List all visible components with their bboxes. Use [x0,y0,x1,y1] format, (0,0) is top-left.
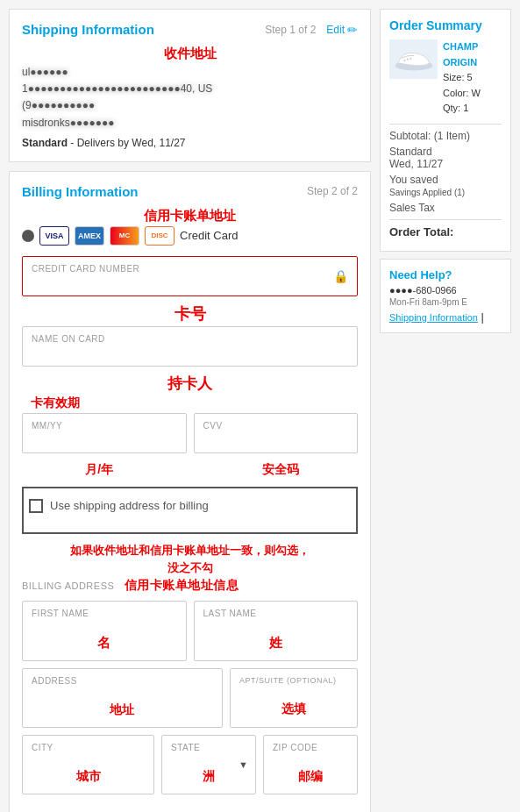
subtotal-line: Subtotal: (1 Item) [389,130,502,142]
credit-card-number-field[interactable]: CREDIT CARD NUMBER 🔒 [22,256,358,296]
address-annotation: 地址 [32,702,213,718]
cvv-field[interactable]: CVV [194,413,359,453]
address-line-3: (9●●●●●●●●●● [22,97,358,114]
cvv-input[interactable] [203,432,349,445]
help-links: Shipping Information | [389,310,502,324]
payment-label: Credit Card [180,229,238,242]
svg-point-2 [406,58,408,60]
product-size: Size: 5 [443,70,502,86]
tax-line: Sales Tax [389,202,502,214]
address-label: ADDRESS [32,676,213,686]
city-input[interactable] [32,754,145,767]
billing-address-annotation: 信用卡账单地址信息 [125,578,239,592]
savings-label: You saved Savings Applied (1) [389,174,465,198]
main-content: Shipping Information Step 1 of 2 Edit ✏ … [9,9,371,812]
expiry-field[interactable]: MM/YY [22,413,187,453]
payment-methods: VISA AMEX MC DISC Credit Card [22,226,358,246]
billing-section: Billing Information Step 2 of 2 信用卡账单地址 … [9,171,371,812]
shipping-section: Shipping Information Step 1 of 2 Edit ✏ … [9,9,371,162]
radio-selected[interactable] [22,230,34,242]
apt-input[interactable] [239,687,348,700]
sidebar: Order Summary CHAMP ORIGIN Size: 5 [380,9,511,812]
name-row: FIRST NAME 名 LAST NAME 姓 [22,601,358,661]
zip-input[interactable] [273,754,348,767]
subtotal-label: Subtotal: (1 Item) [389,130,470,142]
name-on-card-field[interactable]: NAME ON CARD [22,326,358,367]
state-field[interactable]: STATE ▼ 洲 [161,735,256,794]
order-summary-title: Order Summary [389,18,502,32]
city-label: CITY [32,743,145,752]
lock-icon: 🔒 [333,269,348,283]
standard-label: Standard Wed, 11/27 [389,146,443,170]
name-annotation: 持卡人 [22,374,358,394]
pipe-separator: | [481,310,484,324]
shipping-checkbox[interactable] [29,499,43,513]
discover-icon: DISC [145,226,175,246]
svg-point-3 [410,57,411,59]
shipping-title: Shipping Information [22,22,154,37]
checkbox-container: Use shipping address for billing [22,487,358,534]
shipping-info-link[interactable]: Shipping Information [389,312,478,323]
expiry-input[interactable] [32,432,177,445]
expiry-annotation2: 月/年 [22,462,177,478]
billing-annotation: 信用卡账单地址 [22,208,358,224]
zip-label: ZIP CODE [273,743,348,752]
last-name-field[interactable]: LAST NAME 姓 [194,601,359,661]
apt-field[interactable]: APT/SUITE (OPTIONAL) 选填 [230,668,358,728]
standard-line: Standard Wed, 11/27 [389,146,502,170]
expiry-annotation1: 卡有效期 [31,395,358,411]
use-shipping-row: Use shipping address for billing [29,494,351,518]
checkbox-annotation1: 如果收件地址和信用卡账单地址一致，则勾选， [22,543,358,559]
first-name-label: FIRST NAME [32,609,177,618]
first-name-input[interactable] [32,620,177,633]
billing-step: Step 2 of 2 [307,185,358,197]
last-name-annotation: 姓 [203,635,349,652]
first-name-annotation: 名 [32,635,177,652]
name-input[interactable] [32,345,348,359]
help-box: Need Help? ●●●●-680-0966 Mon-Fri 8am-9pm… [380,259,511,333]
cc-number-label: CREDIT CARD NUMBER [32,264,348,274]
address-line-2: 1●●●●●●●●●●●●●●●●●●●●●●●●40, US [22,81,358,97]
name-label: NAME ON CARD [32,334,348,344]
order-total-label: Order Total: [389,225,453,239]
cvv-label: CVV [203,421,349,431]
apt-annotation: 选填 [239,702,348,717]
product-image [389,39,438,79]
checkbox-label: Use shipping address for billing [50,499,209,512]
mastercard-icon: MC [110,226,139,246]
cvv-annotation: 安全码 [203,462,359,478]
product-row: CHAMP ORIGIN Size: 5 Color: W Qty: 1 [389,39,502,117]
address-field[interactable]: ADDRESS 地址 [22,668,223,728]
address-line-4: misdronks●●●●●●● [22,115,358,132]
cc-number-input[interactable] [32,275,348,288]
billing-title: Billing Information [22,184,139,199]
state-select[interactable] [171,754,246,767]
help-hours: Mon-Fri 8am-9pm E [389,297,502,307]
order-total-line: Order Total: [389,225,502,239]
last-name-input[interactable] [203,620,349,633]
pencil-icon: ✏ [347,23,358,37]
savings-line: You saved Savings Applied (1) [389,174,502,198]
address-input[interactable] [32,687,213,701]
first-name-field[interactable]: FIRST NAME 名 [22,601,187,661]
zip-annotation: 邮编 [273,769,348,785]
edit-button[interactable]: Edit ✏ [326,23,358,37]
expiry-cvv-row: MM/YY CVV [22,413,358,453]
visa-icon: VISA [39,226,69,246]
city-field[interactable]: CITY 城市 [22,735,154,794]
state-label: STATE [171,743,246,752]
address-block: ul●●●●●● 1●●●●●●●●●●●●●●●●●●●●●●●●40, US… [22,64,358,132]
checkbox-annotation2: 没之不勾 [22,560,358,576]
delivery-text: Standard - Delivers by Wed, 11/27 [22,137,358,149]
address-row: ADDRESS 地址 APT/SUITE (OPTIONAL) 选填 [22,668,358,728]
billing-address-title: BILLING ADDRESS 信用卡账单地址信息 [22,578,358,594]
zip-field[interactable]: ZIP CODE 邮编 [263,735,358,794]
shipping-step: Step 1 of 2 [265,24,316,36]
product-color: Color: W [443,86,502,102]
city-state-zip-row: CITY 城市 STATE ▼ 洲 ZIP CODE 邮编 [22,735,358,794]
svg-point-1 [403,60,405,61]
product-qty: Qty: 1 [443,101,502,117]
state-annotation: 洲 [171,769,246,785]
product-info: CHAMP ORIGIN Size: 5 Color: W Qty: 1 [443,39,502,117]
amex-icon: AMEX [75,226,104,246]
